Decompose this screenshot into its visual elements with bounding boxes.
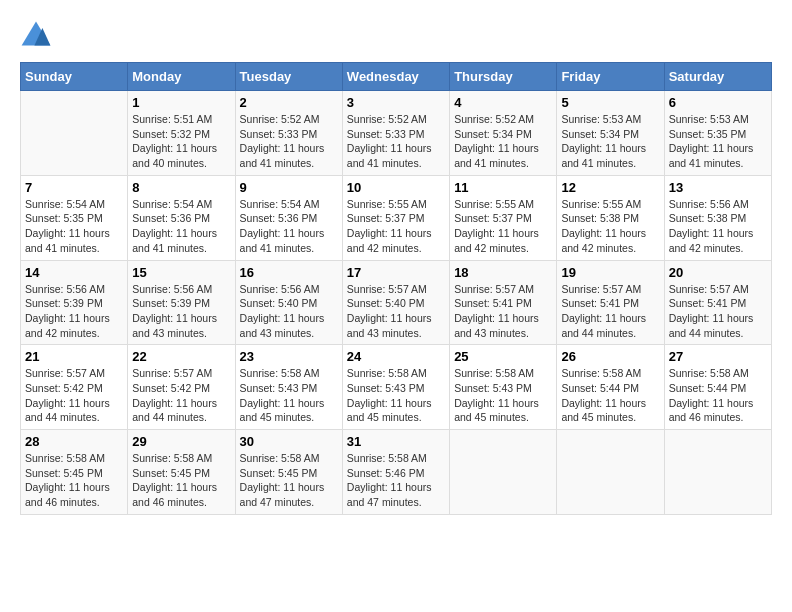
- day-number: 18: [454, 265, 552, 280]
- day-number: 6: [669, 95, 767, 110]
- day-number: 25: [454, 349, 552, 364]
- calendar-cell: 1Sunrise: 5:51 AMSunset: 5:32 PMDaylight…: [128, 91, 235, 176]
- column-header-thursday: Thursday: [450, 63, 557, 91]
- calendar-cell: 5Sunrise: 5:53 AMSunset: 5:34 PMDaylight…: [557, 91, 664, 176]
- day-info: Sunrise: 5:56 AMSunset: 5:40 PMDaylight:…: [240, 282, 338, 341]
- day-number: 3: [347, 95, 445, 110]
- day-number: 28: [25, 434, 123, 449]
- day-info: Sunrise: 5:58 AMSunset: 5:46 PMDaylight:…: [347, 451, 445, 510]
- calendar-cell: 3Sunrise: 5:52 AMSunset: 5:33 PMDaylight…: [342, 91, 449, 176]
- day-info: Sunrise: 5:57 AMSunset: 5:41 PMDaylight:…: [454, 282, 552, 341]
- week-row-1: 1Sunrise: 5:51 AMSunset: 5:32 PMDaylight…: [21, 91, 772, 176]
- day-info: Sunrise: 5:57 AMSunset: 5:40 PMDaylight:…: [347, 282, 445, 341]
- column-header-monday: Monday: [128, 63, 235, 91]
- calendar-cell: 27Sunrise: 5:58 AMSunset: 5:44 PMDayligh…: [664, 345, 771, 430]
- calendar-cell: 18Sunrise: 5:57 AMSunset: 5:41 PMDayligh…: [450, 260, 557, 345]
- day-number: 13: [669, 180, 767, 195]
- column-header-sunday: Sunday: [21, 63, 128, 91]
- day-number: 4: [454, 95, 552, 110]
- day-info: Sunrise: 5:52 AMSunset: 5:33 PMDaylight:…: [347, 112, 445, 171]
- logo: [20, 20, 56, 52]
- day-number: 7: [25, 180, 123, 195]
- day-number: 22: [132, 349, 230, 364]
- day-number: 27: [669, 349, 767, 364]
- calendar-cell: 29Sunrise: 5:58 AMSunset: 5:45 PMDayligh…: [128, 430, 235, 515]
- day-info: Sunrise: 5:54 AMSunset: 5:36 PMDaylight:…: [132, 197, 230, 256]
- logo-icon: [20, 20, 52, 52]
- day-info: Sunrise: 5:53 AMSunset: 5:35 PMDaylight:…: [669, 112, 767, 171]
- calendar-cell: 16Sunrise: 5:56 AMSunset: 5:40 PMDayligh…: [235, 260, 342, 345]
- day-info: Sunrise: 5:57 AMSunset: 5:42 PMDaylight:…: [132, 366, 230, 425]
- calendar-cell: [21, 91, 128, 176]
- calendar-cell: 8Sunrise: 5:54 AMSunset: 5:36 PMDaylight…: [128, 175, 235, 260]
- header-row: SundayMondayTuesdayWednesdayThursdayFrid…: [21, 63, 772, 91]
- calendar-cell: 2Sunrise: 5:52 AMSunset: 5:33 PMDaylight…: [235, 91, 342, 176]
- day-info: Sunrise: 5:55 AMSunset: 5:37 PMDaylight:…: [454, 197, 552, 256]
- day-info: Sunrise: 5:58 AMSunset: 5:44 PMDaylight:…: [561, 366, 659, 425]
- day-info: Sunrise: 5:53 AMSunset: 5:34 PMDaylight:…: [561, 112, 659, 171]
- day-info: Sunrise: 5:57 AMSunset: 5:42 PMDaylight:…: [25, 366, 123, 425]
- calendar-cell: 28Sunrise: 5:58 AMSunset: 5:45 PMDayligh…: [21, 430, 128, 515]
- day-number: 12: [561, 180, 659, 195]
- calendar-cell: 21Sunrise: 5:57 AMSunset: 5:42 PMDayligh…: [21, 345, 128, 430]
- day-info: Sunrise: 5:56 AMSunset: 5:38 PMDaylight:…: [669, 197, 767, 256]
- day-info: Sunrise: 5:56 AMSunset: 5:39 PMDaylight:…: [25, 282, 123, 341]
- day-number: 5: [561, 95, 659, 110]
- week-row-2: 7Sunrise: 5:54 AMSunset: 5:35 PMDaylight…: [21, 175, 772, 260]
- day-info: Sunrise: 5:58 AMSunset: 5:45 PMDaylight:…: [132, 451, 230, 510]
- day-info: Sunrise: 5:58 AMSunset: 5:43 PMDaylight:…: [454, 366, 552, 425]
- calendar-cell: 13Sunrise: 5:56 AMSunset: 5:38 PMDayligh…: [664, 175, 771, 260]
- page-header: [20, 20, 772, 52]
- calendar-cell: 6Sunrise: 5:53 AMSunset: 5:35 PMDaylight…: [664, 91, 771, 176]
- calendar-cell: [557, 430, 664, 515]
- day-number: 29: [132, 434, 230, 449]
- day-number: 19: [561, 265, 659, 280]
- day-number: 9: [240, 180, 338, 195]
- day-number: 16: [240, 265, 338, 280]
- calendar-cell: 23Sunrise: 5:58 AMSunset: 5:43 PMDayligh…: [235, 345, 342, 430]
- day-number: 24: [347, 349, 445, 364]
- column-header-friday: Friday: [557, 63, 664, 91]
- day-number: 26: [561, 349, 659, 364]
- day-info: Sunrise: 5:51 AMSunset: 5:32 PMDaylight:…: [132, 112, 230, 171]
- day-number: 11: [454, 180, 552, 195]
- day-info: Sunrise: 5:58 AMSunset: 5:43 PMDaylight:…: [240, 366, 338, 425]
- day-info: Sunrise: 5:52 AMSunset: 5:34 PMDaylight:…: [454, 112, 552, 171]
- calendar-cell: 7Sunrise: 5:54 AMSunset: 5:35 PMDaylight…: [21, 175, 128, 260]
- day-info: Sunrise: 5:57 AMSunset: 5:41 PMDaylight:…: [561, 282, 659, 341]
- calendar-cell: [450, 430, 557, 515]
- calendar-cell: 20Sunrise: 5:57 AMSunset: 5:41 PMDayligh…: [664, 260, 771, 345]
- calendar-cell: 12Sunrise: 5:55 AMSunset: 5:38 PMDayligh…: [557, 175, 664, 260]
- calendar-cell: 14Sunrise: 5:56 AMSunset: 5:39 PMDayligh…: [21, 260, 128, 345]
- calendar-cell: 11Sunrise: 5:55 AMSunset: 5:37 PMDayligh…: [450, 175, 557, 260]
- day-info: Sunrise: 5:58 AMSunset: 5:45 PMDaylight:…: [240, 451, 338, 510]
- day-info: Sunrise: 5:58 AMSunset: 5:44 PMDaylight:…: [669, 366, 767, 425]
- week-row-3: 14Sunrise: 5:56 AMSunset: 5:39 PMDayligh…: [21, 260, 772, 345]
- day-number: 21: [25, 349, 123, 364]
- calendar-cell: [664, 430, 771, 515]
- day-number: 17: [347, 265, 445, 280]
- day-info: Sunrise: 5:56 AMSunset: 5:39 PMDaylight:…: [132, 282, 230, 341]
- column-header-saturday: Saturday: [664, 63, 771, 91]
- calendar-cell: 25Sunrise: 5:58 AMSunset: 5:43 PMDayligh…: [450, 345, 557, 430]
- day-info: Sunrise: 5:57 AMSunset: 5:41 PMDaylight:…: [669, 282, 767, 341]
- day-number: 23: [240, 349, 338, 364]
- day-info: Sunrise: 5:55 AMSunset: 5:37 PMDaylight:…: [347, 197, 445, 256]
- calendar-cell: 19Sunrise: 5:57 AMSunset: 5:41 PMDayligh…: [557, 260, 664, 345]
- column-header-tuesday: Tuesday: [235, 63, 342, 91]
- day-number: 1: [132, 95, 230, 110]
- week-row-4: 21Sunrise: 5:57 AMSunset: 5:42 PMDayligh…: [21, 345, 772, 430]
- calendar-cell: 9Sunrise: 5:54 AMSunset: 5:36 PMDaylight…: [235, 175, 342, 260]
- day-info: Sunrise: 5:52 AMSunset: 5:33 PMDaylight:…: [240, 112, 338, 171]
- calendar-cell: 10Sunrise: 5:55 AMSunset: 5:37 PMDayligh…: [342, 175, 449, 260]
- calendar-cell: 31Sunrise: 5:58 AMSunset: 5:46 PMDayligh…: [342, 430, 449, 515]
- calendar-cell: 22Sunrise: 5:57 AMSunset: 5:42 PMDayligh…: [128, 345, 235, 430]
- calendar-cell: 17Sunrise: 5:57 AMSunset: 5:40 PMDayligh…: [342, 260, 449, 345]
- week-row-5: 28Sunrise: 5:58 AMSunset: 5:45 PMDayligh…: [21, 430, 772, 515]
- day-info: Sunrise: 5:54 AMSunset: 5:35 PMDaylight:…: [25, 197, 123, 256]
- day-info: Sunrise: 5:54 AMSunset: 5:36 PMDaylight:…: [240, 197, 338, 256]
- calendar-cell: 15Sunrise: 5:56 AMSunset: 5:39 PMDayligh…: [128, 260, 235, 345]
- calendar-cell: 30Sunrise: 5:58 AMSunset: 5:45 PMDayligh…: [235, 430, 342, 515]
- day-info: Sunrise: 5:55 AMSunset: 5:38 PMDaylight:…: [561, 197, 659, 256]
- day-number: 20: [669, 265, 767, 280]
